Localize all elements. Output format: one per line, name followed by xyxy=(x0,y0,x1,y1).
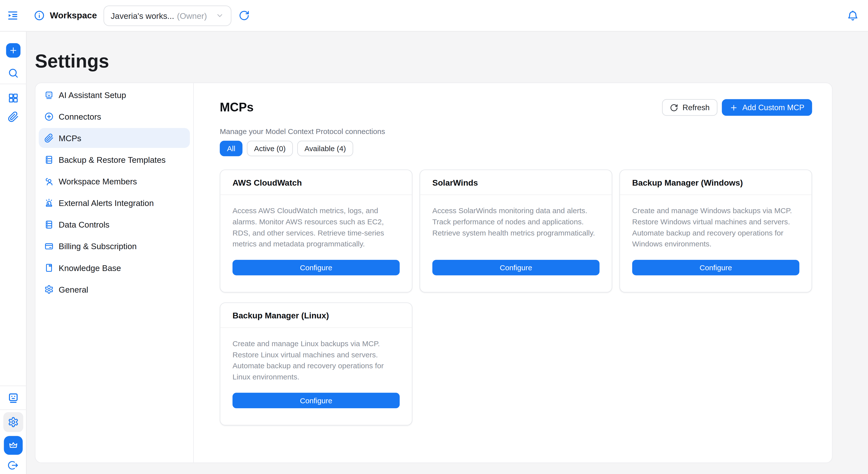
workspace-info-icon[interactable] xyxy=(34,10,45,21)
settings-nav-item-label: MCPs xyxy=(59,133,81,143)
notifications-button[interactable] xyxy=(847,10,859,21)
settings-panel: AI Assistant Setup Connectors MCPs Backu… xyxy=(35,83,833,463)
filter-tab[interactable]: Active (0) xyxy=(247,141,293,156)
mcp-card-header: Backup Manager (Linux) xyxy=(220,303,412,328)
mcp-rail-button[interactable] xyxy=(7,112,19,123)
mcp-card-body: Access SolarWinds monitoring data and al… xyxy=(420,195,612,292)
workspace-role: (Owner) xyxy=(177,11,207,20)
settings-nav-item[interactable]: MCPs xyxy=(39,128,190,148)
add-custom-mcp-button[interactable]: Add Custom MCP xyxy=(722,99,812,116)
top-bar: Workspace Javeria's works... (Owner) xyxy=(0,0,868,31)
filter-tabs: AllActive (0)Available (4) xyxy=(220,141,812,156)
settings-nav-item[interactable]: AI Assistant Setup xyxy=(39,85,190,105)
mcp-card-description: Create and manage Linux backups via MCP.… xyxy=(232,338,400,383)
mcp-card-body: Access AWS CloudWatch metrics, logs, and… xyxy=(220,195,412,292)
search-button[interactable] xyxy=(7,67,19,79)
workspace-selector[interactable]: Javeria's works... (Owner) xyxy=(104,5,231,26)
settings-button[interactable] xyxy=(3,412,23,432)
rotate-cw-icon xyxy=(670,103,678,112)
apps-grid-button[interactable] xyxy=(7,93,19,104)
mcp-card: AWS CloudWatch Access AWS CloudWatch met… xyxy=(220,170,412,293)
header-actions: Refresh Add Custom MCP xyxy=(662,99,812,116)
paperclip-icon xyxy=(44,133,54,143)
section-subtitle: Manage your Model Context Protocol conne… xyxy=(220,127,812,136)
gear-icon xyxy=(7,417,19,428)
mcp-card: Backup Manager (Windows) Create and mana… xyxy=(620,170,812,293)
logout-button[interactable] xyxy=(7,460,19,471)
rail-divider xyxy=(0,84,26,84)
settings-nav-item[interactable]: External Alerts Integration xyxy=(39,193,190,213)
settings-nav-item-label: Knowledge Base xyxy=(59,263,121,272)
workspace-name: Javeria's works... xyxy=(111,11,174,20)
rail-divider xyxy=(0,410,26,410)
mcp-card-body: Create and manage Windows backups via MC… xyxy=(620,195,811,292)
sidebar-toggle-button[interactable] xyxy=(7,9,19,22)
settings-nav-item[interactable]: Backup & Restore Templates xyxy=(39,150,190,170)
credit-card-icon xyxy=(44,241,54,250)
settings-nav: AI Assistant Setup Connectors MCPs Backu… xyxy=(35,83,194,463)
settings-nav-item-label: External Alerts Integration xyxy=(59,198,154,207)
grid-icon xyxy=(7,93,19,104)
configure-button[interactable]: Configure xyxy=(232,260,400,275)
book-icon xyxy=(44,263,54,272)
chevron-down-icon xyxy=(215,11,224,20)
configure-button[interactable]: Configure xyxy=(432,260,599,275)
mcp-card-description: Create and manage Windows backups via MC… xyxy=(632,206,799,250)
server-icon xyxy=(44,219,54,229)
settings-nav-item-label: Data Controls xyxy=(59,219,110,229)
paperclip-icon xyxy=(7,112,19,123)
settings-nav-item[interactable]: Knowledge Base xyxy=(39,258,190,277)
search-icon xyxy=(7,67,19,79)
robot-icon xyxy=(44,90,54,99)
settings-nav-item[interactable]: Data Controls xyxy=(39,214,190,234)
mcp-card-description: Access SolarWinds monitoring data and al… xyxy=(432,206,599,239)
settings-nav-item[interactable]: Connectors xyxy=(39,107,190,126)
gear-icon xyxy=(44,285,54,294)
page-title: Settings xyxy=(35,50,833,72)
settings-nav-item-label: Billing & Subscription xyxy=(59,241,137,250)
create-button[interactable] xyxy=(6,43,20,58)
configure-button[interactable]: Configure xyxy=(232,393,400,409)
settings-page: Settings AI Assistant Setup Connectors M… xyxy=(27,31,868,474)
mcp-card-header: AWS CloudWatch xyxy=(220,170,412,195)
upgrade-button[interactable] xyxy=(4,436,23,455)
settings-nav-item[interactable]: Billing & Subscription xyxy=(39,236,190,256)
workspace-title: Workspace xyxy=(50,10,97,20)
section-title: MCPs xyxy=(220,99,253,116)
plus-icon xyxy=(9,46,18,55)
mcp-card-body: Create and manage Linux backups via MCP.… xyxy=(220,328,412,425)
app-window: Workspace Javeria's works... (Owner) xyxy=(0,0,868,474)
left-rail xyxy=(0,31,27,474)
mcp-card-header: Backup Manager (Windows) xyxy=(620,170,811,195)
refresh-button[interactable]: Refresh xyxy=(662,99,717,116)
settings-nav-item-label: Connectors xyxy=(59,112,101,121)
mcps-content: MCPs Refresh Add Custom MCP Manage your … xyxy=(194,83,833,463)
mcp-card-title: AWS CloudWatch xyxy=(232,177,302,187)
plus-icon xyxy=(730,103,738,112)
mcp-card-title: SolarWinds xyxy=(432,177,478,187)
mcp-card-title: Backup Manager (Linux) xyxy=(232,310,329,320)
server-icon xyxy=(44,155,54,164)
configure-button[interactable]: Configure xyxy=(632,260,799,275)
rotate-cw-icon xyxy=(239,10,250,21)
settings-nav-item[interactable]: Workspace Members xyxy=(39,171,190,191)
filter-tab[interactable]: Available (4) xyxy=(297,141,353,156)
settings-nav-item-label: AI Assistant Setup xyxy=(59,90,126,99)
robot-icon xyxy=(7,392,19,404)
settings-nav-item[interactable]: General xyxy=(39,279,190,299)
mcp-card-title: Backup Manager (Windows) xyxy=(632,177,743,187)
mcps-header: MCPs Refresh Add Custom MCP xyxy=(220,99,812,116)
settings-nav-item-label: Backup & Restore Templates xyxy=(59,155,166,164)
mcp-card: Backup Manager (Linux) Create and manage… xyxy=(220,302,412,425)
logout-icon xyxy=(7,460,19,471)
siren-icon xyxy=(44,198,54,207)
filter-tab[interactable]: All xyxy=(220,141,243,156)
bell-icon xyxy=(847,10,859,21)
ai-assistant-button[interactable] xyxy=(7,392,19,404)
rail-divider xyxy=(0,386,26,386)
mcp-card-grid: AWS CloudWatch Access AWS CloudWatch met… xyxy=(220,170,812,425)
workspace-refresh-button[interactable] xyxy=(239,10,250,21)
indent-icon xyxy=(7,9,19,22)
crown-icon xyxy=(8,441,18,450)
settings-nav-item-label: Workspace Members xyxy=(59,176,137,186)
